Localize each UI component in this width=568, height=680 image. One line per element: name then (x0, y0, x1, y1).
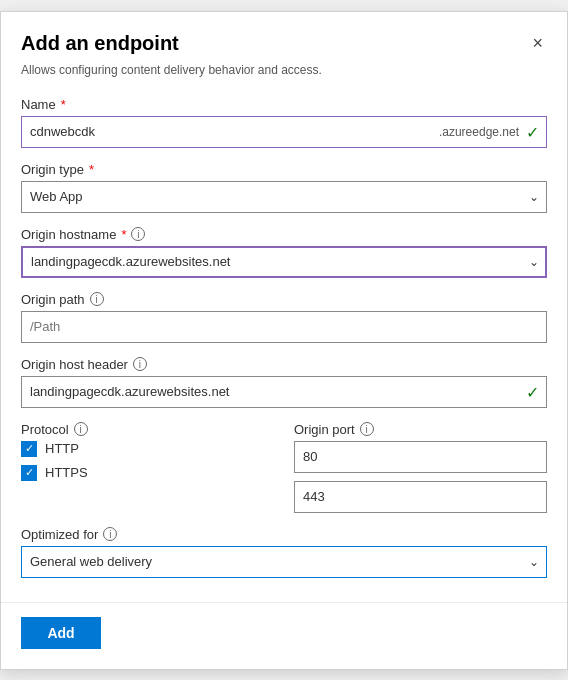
add-endpoint-dialog: Add an endpoint × Allows configuring con… (0, 11, 568, 670)
dialog-subtitle: Allows configuring content delivery beha… (1, 63, 567, 87)
origin-port-label: Origin port i (294, 422, 547, 437)
origin-path-info-icon[interactable]: i (90, 292, 104, 306)
https-label: HTTPS (45, 465, 88, 480)
name-input[interactable] (21, 116, 547, 148)
origin-path-group: Origin path i (21, 292, 547, 343)
dialog-body: Name * .azureedge.net ✓ Origin type * We… (1, 87, 567, 602)
origin-host-header-label: Origin host header i (21, 357, 547, 372)
https-checkmark: ✓ (25, 467, 34, 478)
origin-path-input[interactable] (21, 311, 547, 343)
origin-hostname-dropdown-wrapper: landingpagecdk.azurewebsites.net ⌄ (21, 246, 547, 278)
protocol-group: ✓ HTTP ✓ HTTPS (21, 441, 274, 481)
close-button[interactable]: × (528, 32, 547, 54)
add-button[interactable]: Add (21, 617, 101, 649)
http-port-input[interactable] (294, 441, 547, 473)
protocol-label: Protocol i (21, 422, 274, 437)
origin-type-select[interactable]: Web App Storage Cloud service Custom ori… (21, 181, 547, 213)
http-checkbox[interactable]: ✓ (21, 441, 37, 457)
protocol-col: Protocol i ✓ HTTP ✓ HTTPS (21, 422, 274, 513)
origin-type-group: Origin type * Web App Storage Cloud serv… (21, 162, 547, 213)
origin-type-required: * (89, 162, 94, 177)
optimized-for-label: Optimized for i (21, 527, 547, 542)
origin-type-dropdown-wrapper: Web App Storage Cloud service Custom ori… (21, 181, 547, 213)
http-checkmark: ✓ (25, 443, 34, 454)
origin-host-header-wrapper: ✓ (21, 376, 547, 408)
origin-host-header-group: Origin host header i ✓ (21, 357, 547, 408)
port-inputs (294, 441, 547, 513)
optimized-for-dropdown-wrapper: General web delivery Dynamic site accele… (21, 546, 547, 578)
http-label: HTTP (45, 441, 79, 456)
optimized-for-group: Optimized for i General web delivery Dyn… (21, 527, 547, 578)
origin-host-header-check-icon: ✓ (526, 382, 539, 401)
https-port-input[interactable] (294, 481, 547, 513)
name-required: * (61, 97, 66, 112)
origin-hostname-required: * (121, 227, 126, 242)
name-group: Name * .azureedge.net ✓ (21, 97, 547, 148)
protocol-port-row: Protocol i ✓ HTTP ✓ HTTPS (21, 422, 547, 513)
origin-host-header-input[interactable] (21, 376, 547, 408)
optimized-for-select[interactable]: General web delivery Dynamic site accele… (21, 546, 547, 578)
origin-host-header-info-icon[interactable]: i (133, 357, 147, 371)
origin-hostname-info-icon[interactable]: i (131, 227, 145, 241)
dialog-header: Add an endpoint × (1, 12, 567, 63)
optimized-for-info-icon[interactable]: i (103, 527, 117, 541)
origin-port-info-icon[interactable]: i (360, 422, 374, 436)
origin-hostname-label: Origin hostname * i (21, 227, 547, 242)
origin-port-col: Origin port i (294, 422, 547, 513)
dialog-footer: Add (1, 602, 567, 669)
name-input-wrapper: .azureedge.net ✓ (21, 116, 547, 148)
name-label: Name * (21, 97, 547, 112)
protocol-info-icon[interactable]: i (74, 422, 88, 436)
origin-hostname-group: Origin hostname * i landingpagecdk.azure… (21, 227, 547, 278)
http-row: ✓ HTTP (21, 441, 274, 457)
https-checkbox[interactable]: ✓ (21, 465, 37, 481)
dialog-title: Add an endpoint (21, 32, 179, 55)
origin-type-label: Origin type * (21, 162, 547, 177)
https-row: ✓ HTTPS (21, 465, 274, 481)
origin-path-label: Origin path i (21, 292, 547, 307)
origin-hostname-select[interactable]: landingpagecdk.azurewebsites.net (21, 246, 547, 278)
